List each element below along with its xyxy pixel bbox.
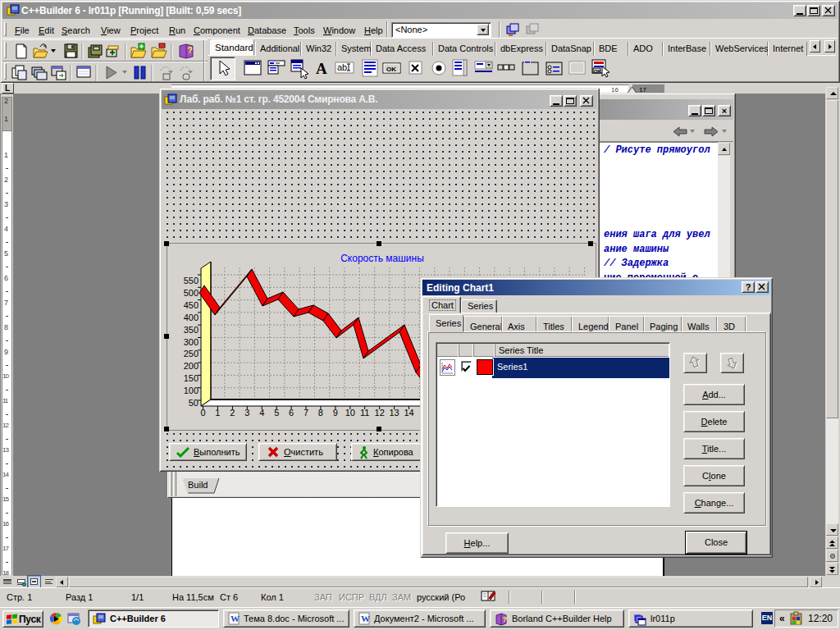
svg-text:Скорость машины: Скорость машины (340, 253, 424, 264)
svg-text:3: 3 (244, 408, 249, 418)
svg-text:100: 100 (184, 386, 199, 395)
svg-text:250: 250 (184, 349, 199, 358)
svg-text:400: 400 (184, 313, 199, 322)
svg-text:OK: OK (594, 69, 600, 74)
svg-text:W: W (361, 614, 370, 623)
svg-text:14: 14 (404, 408, 413, 418)
svg-text:9: 9 (333, 408, 338, 418)
svg-text:150: 150 (184, 373, 199, 383)
svg-text:50: 50 (189, 398, 199, 408)
svg-text:ab: ab (337, 62, 347, 72)
svg-text:10: 10 (345, 408, 355, 418)
svg-text:W: W (231, 614, 240, 623)
svg-text:0: 0 (200, 408, 205, 418)
svg-text:200: 200 (184, 361, 199, 371)
svg-text:12: 12 (375, 408, 385, 418)
svg-text:500: 500 (184, 288, 199, 298)
svg-text:4: 4 (259, 408, 264, 418)
svg-text:?: ? (503, 615, 508, 623)
svg-text:350: 350 (184, 325, 199, 335)
svg-text:450: 450 (184, 300, 199, 310)
svg-text:2: 2 (230, 408, 235, 418)
svg-text:13: 13 (389, 408, 399, 418)
svg-text:550: 550 (184, 276, 199, 285)
svg-text:OK: OK (386, 66, 396, 73)
svg-text:11: 11 (360, 408, 369, 418)
svg-text:5: 5 (274, 408, 279, 418)
svg-text:7: 7 (304, 408, 308, 418)
svg-text:300: 300 (184, 337, 199, 347)
svg-text:1: 1 (215, 408, 220, 418)
svg-text:8: 8 (318, 408, 323, 418)
svg-text:6: 6 (289, 408, 294, 418)
